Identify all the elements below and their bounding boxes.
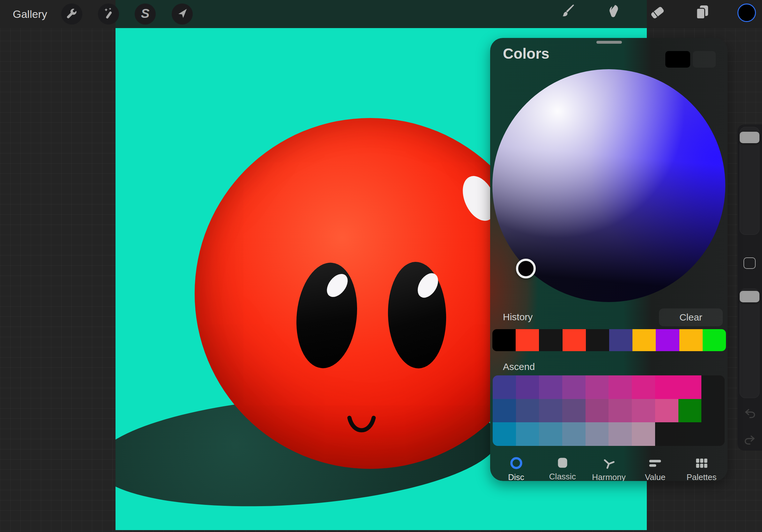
layers-icon [694,4,711,21]
clear-history-button[interactable]: Clear [659,308,723,326]
brush-sidebar [737,124,762,451]
value-sliders-icon [648,456,662,470]
palette-swatch[interactable] [493,399,516,423]
palette-swatch[interactable] [655,399,678,423]
adjustments-button[interactable] [98,4,119,25]
palette-swatch[interactable] [562,375,585,399]
panel-drag-handle[interactable] [596,41,622,44]
palette-swatch[interactable] [609,422,632,446]
tab-harmony[interactable]: Harmony [587,456,631,481]
palette-swatch[interactable] [539,399,562,423]
s-icon: S [141,6,150,21]
redo-icon[interactable] [743,433,757,446]
layers-button[interactable] [694,4,711,21]
history-swatch[interactable] [586,329,609,351]
actions-button[interactable] [61,4,82,25]
palette-empty-slot[interactable] [655,422,678,446]
smudge-button[interactable] [604,4,621,21]
palette-swatch[interactable] [609,399,632,423]
color-circle-icon [737,4,756,22]
disc-ring-icon [509,456,523,470]
selection-button[interactable]: S [135,4,156,25]
brush-opacity-slider[interactable] [740,289,759,398]
color-mode-tabs: Disc Classic Harmony Value [490,456,727,481]
palette-swatch[interactable] [539,375,562,399]
palette-swatch[interactable] [632,375,655,399]
eraser-icon [648,4,666,21]
history-swatch[interactable] [516,329,539,351]
history-swatch[interactable] [539,329,562,351]
palette-swatch[interactable] [539,422,562,446]
palette-swatch[interactable] [678,375,702,399]
disc-selector-ring[interactable] [516,259,536,279]
transform-button[interactable] [172,4,193,25]
classic-square-icon [556,456,569,469]
palette-empty-slot[interactable] [701,422,725,446]
palette-empty-slot[interactable] [701,399,725,423]
magic-wand-icon [102,7,115,21]
top-toolbar: Gallery S [0,0,762,28]
palette-swatch[interactable] [516,375,539,399]
panel-title: Colors [503,45,550,62]
wrench-icon [65,7,78,21]
palette-swatch[interactable] [562,399,585,423]
paint-button[interactable] [559,4,576,21]
palette-swatch[interactable] [655,375,678,399]
tab-disc[interactable]: Disc [495,456,538,481]
harmony-icon [602,456,616,470]
palette-swatch[interactable] [632,399,655,423]
smile-mouth [346,415,377,437]
palette-swatch[interactable] [562,422,585,446]
smudge-finger-icon [604,4,621,21]
palette-grid [493,375,725,446]
history-swatch[interactable] [679,329,703,351]
palette-name-label: Ascend [503,362,535,372]
color-button[interactable] [737,4,756,22]
palette-swatch[interactable] [632,422,655,446]
modify-button[interactable] [743,257,756,269]
tab-value[interactable]: Value [634,456,677,481]
tab-palettes[interactable]: Palettes [680,456,723,481]
history-swatch[interactable] [493,329,516,351]
history-swatch[interactable] [633,329,656,351]
palette-swatch[interactable] [493,375,516,399]
palette-swatch[interactable] [493,422,516,446]
palette-empty-slot[interactable] [678,422,702,446]
history-swatch[interactable] [656,329,679,351]
colors-panel: Colors History Clear Ascend Disc Classic… [490,38,727,481]
brush-icon [559,4,576,21]
history-swatches [493,329,726,351]
palette-swatch[interactable] [609,375,632,399]
palette-empty-slot[interactable] [701,375,725,399]
brush-size-slider-handle[interactable] [740,132,759,143]
history-swatch[interactable] [563,329,586,351]
history-label: History [503,312,533,322]
palette-swatch[interactable] [678,399,702,423]
palette-swatch[interactable] [516,399,539,423]
current-color-chip[interactable] [665,51,690,68]
undo-icon[interactable] [743,407,757,420]
brush-opacity-slider-handle[interactable] [740,291,759,302]
erase-button[interactable] [648,4,666,21]
palette-swatch[interactable] [585,422,609,446]
history-swatch[interactable] [609,329,633,351]
palette-swatch[interactable] [585,399,609,423]
history-swatch[interactable] [703,329,726,351]
gallery-button[interactable]: Gallery [13,0,47,28]
secondary-color-chip[interactable] [693,51,716,68]
palette-swatch[interactable] [516,422,539,446]
arrow-icon [176,7,188,21]
palettes-grid-icon [695,456,709,470]
tab-classic[interactable]: Classic [541,456,584,481]
palette-swatch[interactable] [585,375,609,399]
